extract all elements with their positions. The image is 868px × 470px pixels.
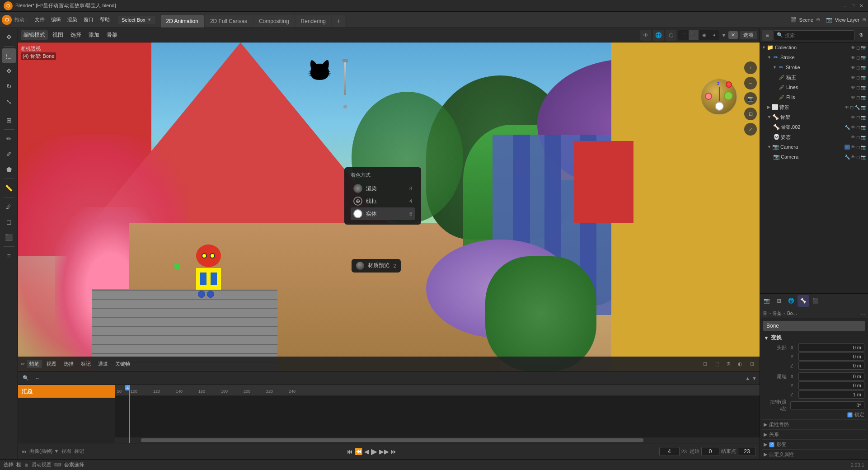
outliner-armature2[interactable]: 🦴 骨架.002 🔧 👁 ◻ 📷 bbox=[760, 122, 868, 132]
fills-hide[interactable]: ◻ bbox=[856, 95, 860, 100]
playback-start-btn[interactable]: ⏮ bbox=[347, 448, 353, 455]
timeline-search-icon[interactable]: 🔍 bbox=[21, 373, 31, 383]
maoqing-hide[interactable]: ◻ bbox=[856, 75, 860, 80]
timeline-scrollbar[interactable] bbox=[115, 437, 760, 443]
gizmo-r-circle[interactable] bbox=[726, 81, 732, 88]
armature2-hide[interactable]: ◻ bbox=[856, 125, 860, 130]
menu-file[interactable]: 文件 bbox=[32, 15, 47, 24]
timeline-key-up[interactable]: ▲ bbox=[745, 376, 750, 381]
stroke2-hide[interactable]: ◻ bbox=[856, 65, 860, 70]
head-z-field[interactable]: 0 m bbox=[798, 362, 864, 370]
add-tab-btn[interactable]: + bbox=[332, 15, 345, 28]
shading-wireframe-option[interactable]: ⊕ 线框 4 bbox=[351, 195, 415, 207]
bg-eye[interactable]: 👁 bbox=[845, 105, 849, 110]
collection-eye[interactable]: 👁 bbox=[851, 45, 855, 50]
armature2-render[interactable]: 📷 bbox=[861, 125, 866, 130]
menu-edit[interactable]: 编辑 bbox=[48, 15, 64, 24]
window-controls[interactable]: — □ ✕ bbox=[842, 3, 864, 9]
playback-drop[interactable]: 抛像(插帧) ▼ bbox=[29, 448, 59, 455]
minimize-button[interactable]: — bbox=[842, 3, 848, 9]
breadcrumb-armature[interactable]: 骨架→ bbox=[773, 310, 786, 317]
viewport-more-btn[interactable]: ▼ bbox=[721, 32, 727, 38]
shading-render-option[interactable]: 渲染 8 bbox=[351, 182, 415, 195]
filter-icon-btn[interactable]: ⚗ bbox=[855, 30, 866, 41]
gp-mode-btn[interactable]: 蜡笔 bbox=[27, 360, 42, 368]
close-editor-btn[interactable]: ✕ bbox=[728, 31, 738, 39]
mode-select[interactable]: 选择 bbox=[68, 30, 84, 40]
transform-header[interactable]: ▼ 变换 bbox=[762, 333, 866, 343]
tab-rendering[interactable]: Rendering bbox=[296, 15, 331, 28]
prop-bone-icon[interactable]: 🦴 bbox=[798, 295, 809, 307]
tool-move[interactable]: ✥ bbox=[2, 64, 16, 78]
current-frame-input[interactable] bbox=[659, 447, 680, 456]
breadcrumb-bone[interactable]: 骨→ bbox=[763, 310, 772, 317]
gp-view-btn[interactable]: 视图 bbox=[44, 360, 59, 368]
search-box-container[interactable]: 🔍 bbox=[774, 30, 854, 40]
playback-prev-frame[interactable]: ◀ bbox=[364, 448, 369, 455]
prop-object-icon[interactable]: ⬛ bbox=[810, 295, 821, 307]
maoqing-render[interactable]: 📷 bbox=[861, 75, 866, 80]
maximize-button[interactable]: □ bbox=[850, 3, 856, 9]
pose-eye[interactable]: 👁 bbox=[851, 135, 855, 140]
playback-mark[interactable]: 标记 bbox=[74, 448, 84, 455]
bg-func1[interactable]: 🔧 bbox=[854, 105, 860, 110]
playback-end-btn[interactable]: ⏭ bbox=[391, 448, 397, 455]
gizmo-w-circle[interactable] bbox=[715, 102, 724, 111]
timeline-icon-4[interactable]: ⊞ bbox=[747, 359, 757, 369]
stroke1-hide[interactable]: ◻ bbox=[856, 55, 860, 60]
armature-hide[interactable]: ◻ bbox=[856, 115, 860, 120]
tail-x-field[interactable]: 0 m bbox=[798, 372, 864, 381]
outliner-icon-btn[interactable]: ≡ bbox=[762, 30, 773, 41]
armature2-eye[interactable]: 👁 bbox=[851, 125, 855, 130]
armature-render[interactable]: 📷 bbox=[861, 115, 866, 120]
camera-item-hide[interactable]: ◻ bbox=[856, 155, 860, 160]
tool-layers[interactable]: ≡ bbox=[2, 249, 16, 263]
select-box-btn[interactable]: Select Box ▼ bbox=[118, 16, 155, 24]
deform-header[interactable]: ▶ ✓ 形变 bbox=[762, 439, 866, 449]
pose-render[interactable]: 📷 bbox=[861, 135, 866, 140]
tool-transform[interactable]: ⊞ bbox=[2, 113, 16, 127]
armature2-func1[interactable]: 🔧 bbox=[845, 125, 850, 130]
outliner-search-input[interactable] bbox=[783, 33, 851, 38]
roll-field[interactable]: 0° bbox=[790, 401, 864, 409]
gp-channel-btn[interactable]: 通道 bbox=[95, 360, 111, 368]
nav-zoom-in[interactable]: + bbox=[744, 61, 757, 74]
status-select-label[interactable]: 选择 bbox=[4, 461, 14, 468]
stroke2-render[interactable]: 📷 bbox=[861, 65, 866, 70]
tool-annotate[interactable]: ✏ bbox=[2, 132, 16, 146]
tool-annotate-line[interactable]: ✐ bbox=[2, 147, 16, 161]
tool-eraser[interactable]: ◻ bbox=[2, 215, 16, 229]
custom-props-header[interactable]: ▶ 自定义属性 bbox=[762, 449, 866, 459]
lock-checkbox[interactable]: ✓ bbox=[847, 412, 853, 418]
outliner-bg[interactable]: ▶ ⬜ 背景 👁 ◻ 🔧 📷 bbox=[760, 102, 868, 112]
playback-next-frame[interactable]: ▶▶ bbox=[379, 448, 389, 455]
shading-solid[interactable]: ⬛ bbox=[689, 30, 699, 40]
fills-render[interactable]: 📷 bbox=[861, 95, 866, 100]
nav-local[interactable]: ⊡ bbox=[744, 108, 757, 120]
tool-cursor[interactable]: ✥ bbox=[2, 30, 16, 44]
gizmo-y-circle[interactable] bbox=[724, 91, 733, 100]
playback-play-btn[interactable]: ▶ bbox=[371, 446, 377, 456]
outliner-camera-item[interactable]: 📷 Camera 🔧 👁 ◻ 📷 bbox=[760, 152, 868, 162]
collection-hide[interactable]: ◻ bbox=[856, 45, 860, 50]
close-button[interactable]: ✕ bbox=[858, 3, 864, 9]
collection-render[interactable]: 📷 bbox=[861, 45, 866, 50]
camera-item-func[interactable]: 🔧 bbox=[845, 155, 850, 160]
timeline-key-down[interactable]: ▼ bbox=[752, 376, 757, 381]
breadcrumb-bo[interactable]: Bo… bbox=[787, 311, 797, 316]
outliner-maoqing[interactable]: 🖊 猫王 👁 ◻ 📷 bbox=[760, 72, 868, 82]
gizmo-z-label[interactable]: Z bbox=[717, 81, 720, 86]
playback-mode[interactable]: ⏮ bbox=[22, 449, 27, 454]
bone-name-field[interactable]: Bone bbox=[763, 321, 865, 331]
tab-2d-full-canvas[interactable]: 2D Full Canvas bbox=[205, 15, 253, 28]
timeline-filter-icon[interactable]: ⚗ bbox=[723, 359, 733, 369]
playback-view[interactable]: 视图 bbox=[61, 448, 71, 455]
flex-bones-header[interactable]: ▶ 柔性骨骼 bbox=[762, 419, 866, 429]
tool-scale[interactable]: ⤡ bbox=[2, 94, 16, 109]
nav-frame[interactable]: ⤢ bbox=[744, 123, 757, 136]
shading-wireframe[interactable]: ⬚ bbox=[678, 30, 688, 40]
tool-rotate[interactable]: ↻ bbox=[2, 79, 16, 94]
bg-hide[interactable]: ◻ bbox=[850, 105, 854, 110]
nav-zoom-out[interactable]: − bbox=[744, 77, 757, 89]
outliner-lines[interactable]: 🖊 Lines 👁 ◻ 📷 bbox=[760, 82, 868, 92]
